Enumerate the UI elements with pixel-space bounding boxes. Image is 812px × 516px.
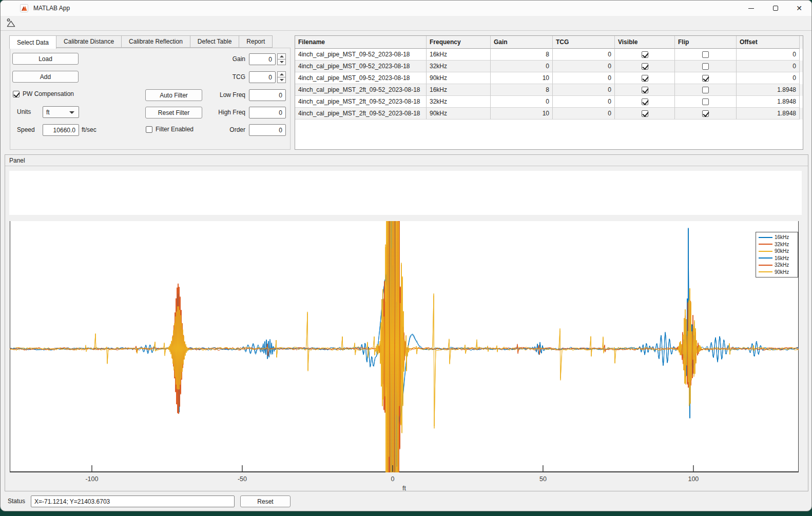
cell-tcg[interactable]: 0 <box>553 108 615 120</box>
cell-flip <box>675 108 737 120</box>
cell-tcg[interactable]: 0 <box>553 61 615 72</box>
units-dropdown[interactable]: ft <box>43 106 79 118</box>
legend-line-sample <box>759 271 772 272</box>
cell-gain[interactable]: 8 <box>491 49 553 61</box>
cell-offset[interactable]: 1.8948 <box>737 108 800 120</box>
close-button[interactable]: ✕ <box>788 1 810 16</box>
visible-checkbox[interactable] <box>642 87 648 93</box>
cell-offset[interactable]: 1.8948 <box>737 96 800 108</box>
maximize-button[interactable] <box>764 1 787 16</box>
cell-offset[interactable]: 0 <box>737 61 800 72</box>
cell-tcg[interactable]: 0 <box>553 84 615 96</box>
add-button[interactable]: Add <box>12 71 79 83</box>
cell-offset[interactable]: 0 <box>737 49 800 61</box>
flip-checkbox[interactable] <box>702 63 709 70</box>
cell-filename: 4inch_cal_pipe_MST_2ft_09-52_2023-08-18 <box>295 96 427 108</box>
legend-label: 90kHz <box>775 248 789 254</box>
pw-compensation-row: PW Compensation <box>13 90 74 97</box>
cell-offset[interactable]: 0 <box>737 72 800 84</box>
table-row: 4inch_cal_pipe_MST_2ft_09-52_2023-08-183… <box>295 96 803 108</box>
titlebar[interactable]: MATLAB App ✕ <box>1 1 811 16</box>
spinner-up-button[interactable] <box>277 71 286 77</box>
cell-tcg[interactable]: 0 <box>553 72 615 84</box>
cell-filename: 4inch_cal_pipe_MST_2ft_09-52_2023-08-18 <box>295 84 427 96</box>
column-header-flip[interactable]: Flip <box>675 36 737 49</box>
flip-checkbox[interactable] <box>702 51 709 58</box>
cell-tcg[interactable]: 0 <box>553 49 615 61</box>
spinner-up-button[interactable] <box>277 53 286 59</box>
cell-frequency: 32kHz <box>427 61 491 72</box>
spinner-down-button[interactable] <box>277 77 286 83</box>
speed-field[interactable]: 10660.0 <box>43 124 79 136</box>
x-axis-label: ft <box>397 485 412 492</box>
low-freq-field[interactable]: 0 <box>249 89 286 101</box>
column-header-frequency[interactable]: Frequency <box>427 36 491 49</box>
cell-frequency: 32kHz <box>427 96 491 108</box>
auto-filter-button[interactable]: Auto Filter <box>145 89 202 101</box>
waveform-series-90kHz-5 <box>10 221 799 472</box>
column-header-gain[interactable]: Gain <box>491 36 553 49</box>
x-tick-label: 100 <box>682 475 705 483</box>
reset-filter-button[interactable]: Reset Filter <box>145 107 202 118</box>
low-freq-label: Low Freq <box>215 91 245 98</box>
x-tick-label: -50 <box>231 475 254 483</box>
visible-checkbox[interactable] <box>642 51 648 58</box>
legend-line-sample <box>759 237 772 238</box>
high-freq-field[interactable]: 0 <box>249 107 286 118</box>
spinner-down-icon <box>280 61 284 63</box>
cell-visible <box>615 96 675 108</box>
tab-defect-table[interactable]: Defect Table <box>190 35 240 48</box>
cell-gain[interactable]: 0 <box>491 96 553 108</box>
matlab-app-window: MATLAB App ✕ Select DataCalibrate Distan… <box>0 0 812 511</box>
pw-compensation-checkbox[interactable] <box>13 91 20 97</box>
reset-button[interactable]: Reset <box>240 495 291 507</box>
waveform-axes[interactable]: -100-50050100 ft 16kHz32kHz90kHz16kHz32k… <box>10 221 799 488</box>
legend-line-sample <box>759 244 772 245</box>
x-tick-label: 50 <box>532 475 554 483</box>
close-icon: ✕ <box>796 4 802 12</box>
column-header-tcg[interactable]: TCG <box>553 36 615 49</box>
spinner-down-icon <box>280 79 284 81</box>
visible-checkbox[interactable] <box>642 98 648 105</box>
cell-gain[interactable]: 0 <box>491 61 553 72</box>
status-field[interactable]: X=-71.1214; Y=21403.6703 <box>31 495 235 507</box>
order-field[interactable]: 0 <box>249 124 286 136</box>
cell-gain[interactable]: 8 <box>491 84 553 96</box>
column-header-filename[interactable]: Filename <box>295 36 427 49</box>
tab-calibrate-reflection[interactable]: Calibrate Reflection <box>121 35 190 48</box>
gain-spinner-buttons <box>277 53 286 65</box>
visible-checkbox[interactable] <box>642 110 648 117</box>
tab-report[interactable]: Report <box>239 35 273 48</box>
cell-visible <box>615 72 675 84</box>
cell-gain[interactable]: 10 <box>491 108 553 120</box>
legend-label: 16kHz <box>775 234 789 240</box>
cell-frequency: 90kHz <box>427 108 491 120</box>
legend-entry: 16kHz <box>759 234 795 241</box>
column-header-visible[interactable]: Visible <box>615 36 675 49</box>
tcg-spinner-field[interactable]: 0 <box>249 71 276 83</box>
cell-offset[interactable]: 1.8948 <box>737 84 800 96</box>
spinner-down-button[interactable] <box>277 59 286 65</box>
gain-spinner-field[interactable]: 0 <box>249 53 276 65</box>
filter-enabled-checkbox[interactable] <box>146 126 152 133</box>
maximize-icon <box>773 6 778 11</box>
cell-filename: 4inch_cal_pipe_MST_09-52_2023-08-18 <box>295 61 427 72</box>
flip-checkbox[interactable] <box>702 75 709 82</box>
minimize-button[interactable] <box>740 1 762 16</box>
load-button[interactable]: Load <box>12 53 79 65</box>
visible-checkbox[interactable] <box>642 63 648 70</box>
flip-checkbox[interactable] <box>702 110 709 117</box>
filter-enabled-row: Filter Enabled <box>146 126 194 133</box>
axes-mountain-icon[interactable] <box>6 17 17 29</box>
signals-table: FilenameFrequencyGainTCGVisibleFlipOffse… <box>295 35 803 150</box>
tab-select-data[interactable]: Select Data <box>9 35 56 49</box>
visible-checkbox[interactable] <box>642 75 648 82</box>
cell-gain[interactable]: 10 <box>491 72 553 84</box>
tab-calibrate-distance[interactable]: Calibrate Distance <box>56 35 122 48</box>
cell-visible <box>615 61 675 72</box>
flip-checkbox[interactable] <box>702 87 709 93</box>
legend-entry: 16kHz <box>759 255 795 262</box>
cell-tcg[interactable]: 0 <box>553 96 615 108</box>
flip-checkbox[interactable] <box>702 98 709 105</box>
column-header-offset[interactable]: Offset <box>737 36 800 49</box>
